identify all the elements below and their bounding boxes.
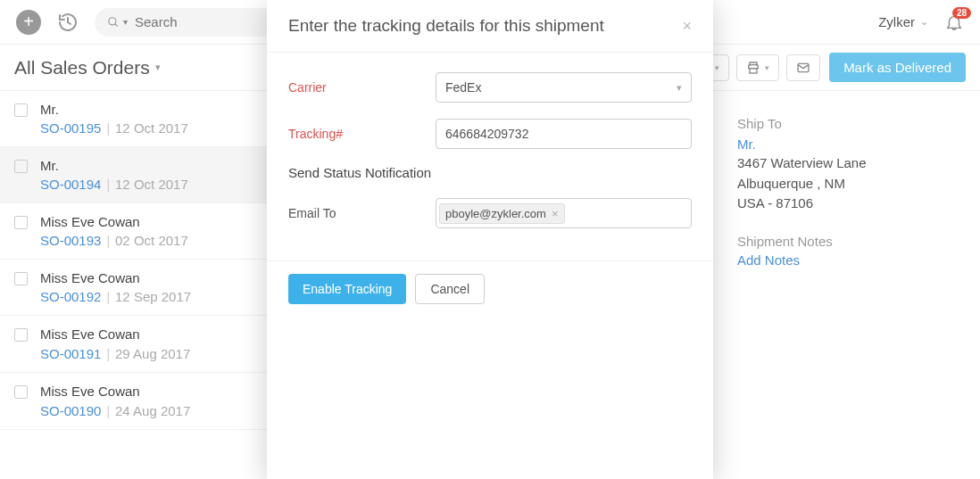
shipment-notes-label: Shipment Notes bbox=[737, 234, 951, 249]
order-customer-name: Mr. bbox=[40, 102, 59, 117]
email-button[interactable] bbox=[786, 54, 820, 81]
email-chip: pboyle@zykler.com × bbox=[439, 203, 565, 224]
svg-line-3 bbox=[115, 23, 118, 26]
chevron-down-icon: ⌄ bbox=[920, 16, 928, 28]
order-customer-name: Miss Eve Cowan bbox=[40, 326, 140, 342]
order-customer-name: Miss Eve Cowan bbox=[40, 214, 140, 229]
add-notes-link[interactable]: Add Notes bbox=[737, 252, 951, 268]
order-date: 12 Sep 2017 bbox=[115, 289, 191, 304]
chevron-down-icon: ▾ bbox=[677, 82, 682, 94]
order-list-title: All Sales Orders bbox=[14, 57, 150, 78]
order-customer-name: Miss Eve Cowan bbox=[40, 270, 140, 285]
svg-line-1 bbox=[68, 22, 71, 24]
ship-to-line1: 3467 Waterview Lane bbox=[737, 153, 951, 174]
profile-menu[interactable]: Zylker ⌄ bbox=[878, 14, 928, 29]
order-date: 24 Aug 2017 bbox=[115, 403, 190, 418]
order-number: SO-00195 bbox=[40, 120, 101, 136]
search-icon bbox=[107, 16, 120, 29]
tracking-input[interactable] bbox=[436, 119, 692, 149]
order-customer-name: Mr. bbox=[40, 158, 59, 173]
notifications-button[interactable]: 28 bbox=[944, 12, 964, 32]
carrier-row: Carrier FedEx ▾ bbox=[288, 72, 692, 103]
order-number: SO-00193 bbox=[40, 233, 101, 248]
modal-close-button[interactable]: × bbox=[682, 17, 692, 36]
mark-delivered-button[interactable]: Mark as Delivered bbox=[829, 53, 966, 82]
notify-label: Send Status Notification bbox=[288, 165, 692, 180]
order-checkbox[interactable] bbox=[14, 216, 28, 229]
ship-to-section: Ship To Mr. 3467 Waterview Lane Albuquer… bbox=[737, 116, 951, 268]
order-date: 12 Oct 2017 bbox=[115, 120, 188, 136]
order-checkbox[interactable] bbox=[14, 385, 28, 399]
tracking-row: Tracking# bbox=[288, 119, 692, 149]
svg-rect-4 bbox=[750, 68, 757, 72]
chevron-down-icon: ▾ bbox=[765, 63, 769, 72]
carrier-select[interactable]: FedEx ▾ bbox=[436, 72, 692, 103]
modal-footer: Enable Tracking Cancel bbox=[267, 260, 713, 322]
order-list-title-dropdown[interactable]: All Sales Orders ▾ bbox=[14, 57, 161, 78]
svg-point-2 bbox=[109, 17, 116, 24]
order-date: 02 Oct 2017 bbox=[115, 233, 188, 248]
emailto-label: Email To bbox=[288, 206, 436, 220]
enable-tracking-button[interactable]: Enable Tracking bbox=[288, 274, 406, 304]
tracking-modal: Enter the tracking details for this ship… bbox=[267, 0, 713, 479]
modal-header: Enter the tracking details for this ship… bbox=[267, 0, 713, 53]
ship-to-label: Ship To bbox=[737, 116, 951, 131]
tracking-label: Tracking# bbox=[288, 127, 436, 141]
cancel-button[interactable]: Cancel bbox=[415, 274, 485, 304]
emailto-input[interactable]: pboyle@zykler.com × bbox=[436, 198, 692, 228]
profile-name: Zylker bbox=[878, 14, 915, 29]
order-number: SO-00194 bbox=[40, 177, 101, 192]
modal-title: Enter the tracking details for this ship… bbox=[288, 16, 682, 36]
order-number: SO-00192 bbox=[40, 289, 101, 304]
carrier-value: FedEx bbox=[445, 80, 481, 95]
order-number: SO-00191 bbox=[40, 346, 101, 361]
order-checkbox[interactable] bbox=[14, 160, 28, 173]
carrier-label: Carrier bbox=[288, 80, 436, 95]
order-checkbox[interactable] bbox=[14, 103, 28, 117]
order-date: 12 Oct 2017 bbox=[115, 177, 188, 192]
email-chip-text: pboyle@zykler.com bbox=[445, 207, 546, 220]
ship-to-name[interactable]: Mr. bbox=[737, 136, 951, 152]
order-checkbox[interactable] bbox=[14, 272, 28, 285]
modal-body: Carrier FedEx ▾ Tracking# Send Status No… bbox=[267, 53, 713, 260]
order-customer-name: Miss Eve Cowan bbox=[40, 384, 140, 399]
emailto-row: Email To pboyle@zykler.com × bbox=[288, 198, 692, 228]
ship-to-line2: Albuquerque , NM bbox=[737, 174, 951, 194]
print-button[interactable]: ▾ bbox=[736, 54, 779, 81]
order-date: 29 Aug 2017 bbox=[115, 346, 190, 361]
order-checkbox[interactable] bbox=[14, 328, 28, 342]
order-number: SO-00190 bbox=[40, 403, 101, 418]
notification-badge: 28 bbox=[952, 7, 971, 19]
chevron-down-icon: ▾ bbox=[155, 62, 161, 73]
history-icon[interactable] bbox=[57, 12, 79, 33]
search-scope-caret-icon: ▾ bbox=[123, 17, 128, 27]
ship-to-line3: USA - 87106 bbox=[737, 194, 951, 214]
chevron-down-icon: ▾ bbox=[715, 63, 719, 72]
add-button[interactable]: + bbox=[16, 10, 41, 35]
email-chip-remove[interactable]: × bbox=[552, 207, 559, 220]
